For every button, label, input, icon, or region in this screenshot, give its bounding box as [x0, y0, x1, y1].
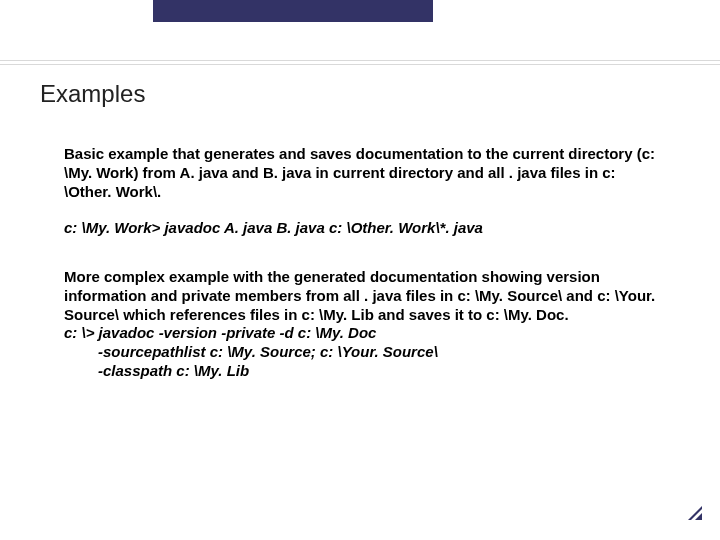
corner-decoration-icon	[688, 506, 702, 520]
command-complex-line1: c: \> javadoc -version -private -d c: \M…	[64, 324, 660, 343]
title-accent-bar	[153, 0, 433, 22]
slide-body: Basic example that generates and saves d…	[64, 145, 660, 381]
command-basic-example: c: \My. Work> javadoc A. java B. java c:…	[64, 219, 660, 238]
paragraph-basic-example: Basic example that generates and saves d…	[64, 145, 660, 201]
command-complex-line2: -sourcepathlist c: \My. Source; c: \Your…	[64, 343, 660, 362]
horizontal-rule	[0, 60, 720, 65]
paragraph-complex-example: More complex example with the generated …	[64, 268, 660, 324]
slide-title: Examples	[40, 80, 145, 108]
command-complex-line3: -classpath c: \My. Lib	[64, 362, 660, 381]
slide: Examples Basic example that generates an…	[0, 0, 720, 540]
